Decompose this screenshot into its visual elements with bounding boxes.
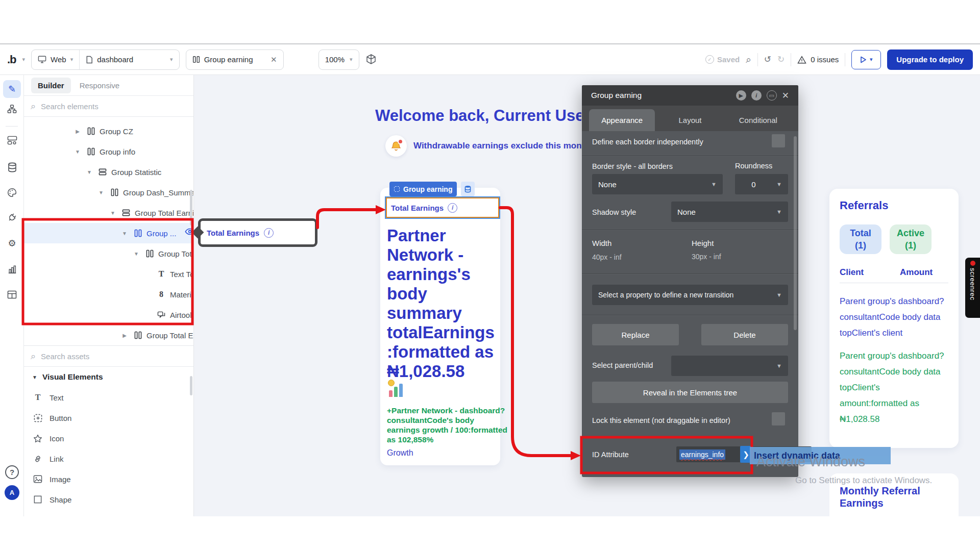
earnings-dynamic-text[interactable]: Partner Network - earnings's body summar… <box>387 226 496 381</box>
parent-child-dropdown[interactable]: ▼ <box>671 356 788 376</box>
id-attribute-value: earnings_info <box>679 449 725 460</box>
tree-item[interactable]: ▼Group ... <box>24 223 193 243</box>
shadow-style-dropdown[interactable]: None▼ <box>671 202 788 222</box>
tree-expand-icon[interactable]: ▼ <box>120 231 129 236</box>
tab-responsive[interactable]: Responsive <box>73 78 126 93</box>
inspector-title: Group earning <box>591 91 642 100</box>
tree-item[interactable]: 8Material... <box>24 284 193 305</box>
visual-elements-header[interactable]: ▼ Visual Elements <box>24 367 193 387</box>
width-label: Width <box>592 239 611 247</box>
close-tab-icon[interactable]: ✕ <box>271 55 277 64</box>
open-element-tab[interactable]: Group earning ✕ <box>186 49 284 70</box>
tree-item[interactable]: ▼Group Tota... <box>24 243 193 264</box>
windows-watermark-line1: Activate Windows <box>756 454 865 470</box>
tree-expand-icon[interactable]: ▼ <box>96 190 106 195</box>
asset-item-image[interactable]: Image <box>24 469 193 489</box>
monthly-earnings-title: Monthly Referral Earnings <box>840 485 948 509</box>
app-logo[interactable]: .b <box>7 53 16 66</box>
roundness-dropdown[interactable]: 0▼ <box>735 174 788 194</box>
database-icon[interactable] <box>3 158 21 176</box>
search-elements-placeholder: Search elements <box>41 102 99 111</box>
delete-button[interactable]: Delete <box>701 324 788 345</box>
reveal-in-tree-button[interactable]: Reveal in the Elements tree <box>592 382 788 403</box>
shadow-style-label: Shadow style <box>592 208 636 216</box>
search-icon[interactable]: ⌕ <box>746 54 751 65</box>
growth-dynamic-text[interactable]: +Partner Network - dashboard?consultantC… <box>387 406 508 444</box>
asset-item-text[interactable]: TText <box>24 387 193 408</box>
tree-item[interactable]: ▶Group Total E... <box>24 325 193 345</box>
welcome-heading: Welcome back, Current User's <box>375 107 581 125</box>
tree-item[interactable]: ▼Group Total Earni... <box>24 203 193 223</box>
search-elements-input[interactable]: ⌕ Search elements <box>24 95 193 117</box>
tab-builder[interactable]: Builder <box>31 78 71 93</box>
transition-dropdown[interactable]: Select a property to define a new transi… <box>592 285 788 305</box>
tree-item[interactable]: ▶Group CZ <box>24 121 193 141</box>
tree-expand-icon[interactable]: ▼ <box>132 251 141 257</box>
device-page-selector: Web ▾ dashboard ▾ <box>31 49 180 70</box>
tree-expand-icon[interactable]: ▶ <box>73 129 82 134</box>
growth-label: Growth <box>387 448 413 458</box>
border-style-dropdown[interactable]: None▼ <box>592 174 723 194</box>
image-icon <box>32 475 43 483</box>
inspector-header[interactable]: Group earning ▶ i ▭ ✕ <box>582 85 798 106</box>
screen-recorder-badge[interactable]: screenrec <box>965 258 980 318</box>
search-assets-input[interactable]: ⌕ Search assets <box>24 345 193 367</box>
inspector-scrollbar[interactable] <box>794 136 797 330</box>
device-dropdown[interactable]: Web ▾ <box>32 50 79 69</box>
tab-appearance[interactable]: Appearance <box>589 109 655 131</box>
comment-icon[interactable]: ▭ <box>767 90 777 101</box>
run-icon[interactable]: ▶ <box>736 90 746 101</box>
logo-chevron-icon[interactable]: ▾ <box>22 56 26 63</box>
issues-indicator[interactable]: 0 issues <box>797 55 839 64</box>
element-info-icon[interactable]: i <box>751 90 762 101</box>
asset-item-shape[interactable]: Shape <box>24 489 193 510</box>
undo-icon[interactable]: ↺ <box>764 54 771 65</box>
design-mode-icon[interactable]: ✎ <box>3 80 21 98</box>
workflow-icon[interactable] <box>3 100 21 118</box>
tree-item-label: Material... <box>170 290 194 299</box>
components-icon[interactable] <box>3 131 21 149</box>
tab-conditional[interactable]: Conditional <box>725 109 791 131</box>
tree-item[interactable]: ▼Group Dash_Summa... <box>24 182 193 203</box>
tree-item[interactable]: ▼Group info <box>24 141 193 162</box>
help-icon[interactable]: ? <box>5 465 19 479</box>
preview-button[interactable]: ▾ <box>851 50 881 69</box>
tree-item[interactable]: TText Tot... <box>24 264 193 284</box>
total-referrals-pill[interactable]: Total(1) <box>840 224 881 254</box>
zoom-dropdown[interactable]: 100% ▾ <box>318 49 359 70</box>
page-dropdown[interactable]: dashboard ▾ <box>79 50 179 69</box>
user-avatar[interactable]: A <box>5 485 19 500</box>
component-cube-icon[interactable] <box>365 54 377 66</box>
total-earnings-element[interactable]: Total Earnings i <box>385 196 500 219</box>
tab-layout[interactable]: Layout <box>657 109 723 131</box>
save-status: ✓ Saved <box>705 55 740 64</box>
tree-expand-icon[interactable]: ▶ <box>120 333 129 338</box>
tree-item[interactable]: ▼Group Statistic <box>24 162 193 182</box>
border-style-label: Border style - all borders <box>592 162 673 170</box>
tree-item-label: Group Total E... <box>146 331 194 340</box>
close-inspector-icon[interactable]: ✕ <box>782 90 789 101</box>
replace-button[interactable]: Replace <box>592 324 679 345</box>
tree-expand-icon[interactable]: ▼ <box>108 210 117 216</box>
active-referrals-pill[interactable]: Active(1) <box>890 224 932 254</box>
redo-icon[interactable]: ↻ <box>777 54 785 65</box>
growth-chart-icon <box>388 380 405 397</box>
styles-palette-icon[interactable] <box>3 184 21 202</box>
monitor-icon <box>38 56 46 63</box>
settings-gear-icon[interactable]: ⚙ <box>3 234 21 252</box>
asset-item-icon[interactable]: Icon <box>24 428 193 448</box>
tree-expand-icon[interactable]: ▼ <box>85 169 94 175</box>
width-value: 40px - inf <box>592 253 622 261</box>
asset-item-link[interactable]: Link <box>24 448 193 469</box>
tree-item[interactable]: Airtoolti... <box>24 305 193 325</box>
plugins-icon[interactable] <box>3 209 21 227</box>
tree-scrollbar[interactable] <box>190 190 192 226</box>
assets-scrollbar[interactable] <box>190 376 192 395</box>
tree-expand-icon[interactable]: ▼ <box>73 149 82 155</box>
grid-table-icon[interactable] <box>3 286 21 304</box>
border-independent-checkbox[interactable] <box>772 134 785 147</box>
upgrade-to-deploy-button[interactable]: Upgrade to deploy <box>887 49 973 70</box>
lock-element-checkbox[interactable] <box>772 412 785 425</box>
asset-item-button[interactable]: Button <box>24 408 193 428</box>
logs-chart-icon[interactable] <box>3 260 21 278</box>
